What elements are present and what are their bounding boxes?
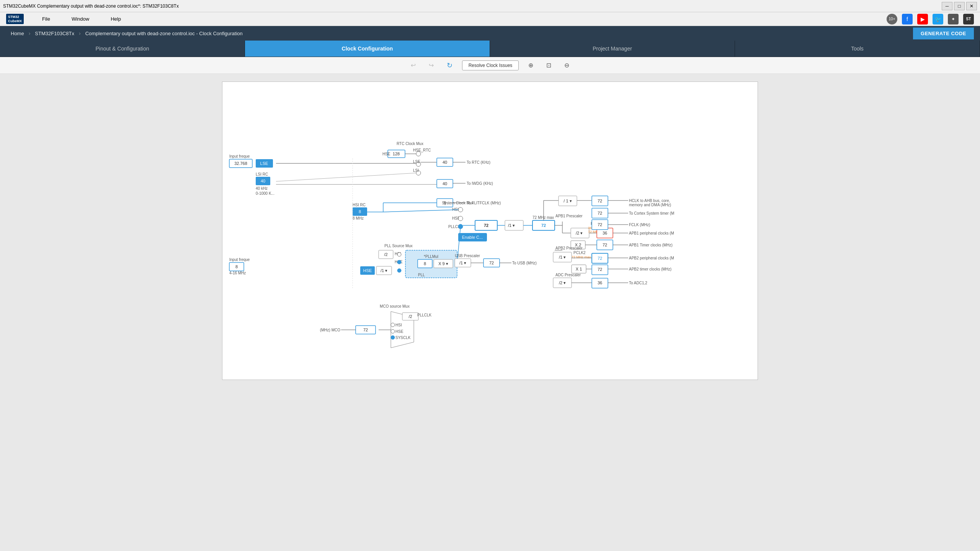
- svg-point-84: [391, 323, 395, 327]
- mco-val: 72: [363, 328, 368, 332]
- hclk-72max: 72 MHz max: [532, 215, 554, 220]
- hclk-prescaler: / 1 ▾: [564, 199, 572, 203]
- hsi-div2: /2: [384, 252, 387, 257]
- apb2-val: 72: [598, 256, 602, 261]
- hse-div128: 128: [393, 152, 400, 156]
- lsi-rc-val: 40: [261, 179, 265, 183]
- tab-tools[interactable]: Tools: [735, 41, 980, 57]
- lsi-rc-label: LSI RC: [256, 172, 268, 176]
- hsi-freq-label: 8 MHz: [353, 216, 364, 220]
- logo-line1: STM32: [8, 15, 22, 19]
- rtc-mux-label: RTC Clock Mux: [397, 142, 423, 146]
- zoom-in-button[interactable]: ⊕: [525, 60, 537, 71]
- minimize-button[interactable]: ─: [942, 2, 952, 10]
- pllmul-label: *PLLMul: [424, 254, 438, 259]
- generate-code-button[interactable]: GENERATE CODE: [913, 28, 974, 39]
- youtube-icon[interactable]: ▶: [917, 14, 928, 24]
- svg-point-85: [391, 329, 395, 333]
- breadcrumb-device[interactable]: STM32F103C8Tx: [30, 31, 79, 36]
- apb1-val: 36: [603, 231, 607, 235]
- lse-mux-label: LSE: [413, 160, 420, 164]
- badge-10: 10+: [887, 14, 897, 24]
- sysclk-val: 72: [484, 223, 488, 228]
- title-bar-controls: ─ □ ✕: [942, 2, 977, 10]
- refresh-button[interactable]: ↻: [443, 59, 456, 72]
- svg-point-86: [391, 336, 395, 339]
- hclk-ahb-label: HCLK to AHB bus, core,: [629, 199, 670, 203]
- enable-c-btn: Enable C...: [462, 235, 483, 240]
- apb2-prescaler: /1 ▾: [559, 255, 566, 259]
- usb-val: 72: [489, 261, 494, 265]
- svg-point-69: [397, 253, 401, 256]
- hse-prescaler: /1 ▾: [381, 268, 387, 273]
- logo-box: STM32 CubeMX: [6, 14, 24, 24]
- adc-prescaler-label: ADC Prescaler: [555, 273, 581, 277]
- redo-button[interactable]: ↪: [425, 60, 437, 71]
- usb-prescaler: /1 ▾: [459, 261, 466, 265]
- title-bar: STM32CubeMX Complementary output with de…: [0, 0, 980, 12]
- breadcrumb-home[interactable]: Home: [6, 31, 29, 36]
- maximize-button[interactable]: □: [954, 2, 965, 10]
- logo-area: STM32 CubeMX: [6, 14, 24, 24]
- pclk2-warning: 72 MHz max: [572, 255, 591, 259]
- pclk2-label: PCLK2: [573, 251, 586, 255]
- mco-label: (MHz) MCO: [320, 328, 341, 332]
- svg-line-77: [457, 227, 461, 264]
- pll-source-label: PLL Source Mux: [384, 244, 413, 248]
- facebook-icon[interactable]: f: [902, 14, 913, 24]
- network-icon[interactable]: ✦: [948, 14, 959, 24]
- apb2-prescaler-label: APB2 Prescaler: [555, 246, 583, 250]
- rtc-val: 40: [443, 160, 447, 165]
- apb2-timer-val: 72: [598, 267, 602, 272]
- menu-help[interactable]: Help: [108, 15, 124, 23]
- iwdg-val: 40: [443, 181, 447, 186]
- zoom-fit-button[interactable]: ⊡: [543, 60, 555, 71]
- zoom-out-button[interactable]: ⊖: [561, 60, 573, 71]
- cortex-val: 72: [598, 211, 602, 215]
- hsi-rc-label: HSI RC: [353, 203, 366, 207]
- adc-prescaler: /2 ▾: [559, 280, 566, 285]
- close-button[interactable]: ✕: [966, 2, 977, 10]
- breadcrumb-file[interactable]: Complementary output with dead-zone cont…: [81, 31, 247, 36]
- sysclk-mux-label: System Clock Mux: [442, 201, 474, 205]
- input-freq2-label: Input freque: [229, 258, 250, 262]
- clock-diagram[interactable]: Input freque 32.768 Input freque 8 4-16 …: [222, 82, 758, 380]
- st-icon[interactable]: ST: [963, 14, 974, 24]
- rtc-label: To RTC (KHz): [467, 160, 490, 165]
- hsi-rc-val: 8: [359, 209, 361, 214]
- adc-label: To ADC1,2: [629, 281, 647, 285]
- input-freq1-value: 32.768: [234, 161, 247, 166]
- mco-hse: HSE: [395, 329, 403, 334]
- cortex-label: To Cortex System timer (M: [629, 211, 674, 215]
- ahb-prescaler: /1 ▾: [508, 223, 515, 228]
- apb1-timer-label: APB1 Timer clocks (MHz): [629, 243, 673, 247]
- menu-file[interactable]: File: [39, 15, 53, 23]
- undo-button[interactable]: ↩: [407, 60, 419, 71]
- usb-prescaler-label: USB Prescaler: [455, 254, 480, 258]
- mco-pllclk: PLLCLK: [417, 313, 432, 317]
- apb1-prescaler: /2 ▾: [576, 231, 583, 235]
- lsi-freq-label: 40 kHz: [256, 186, 268, 191]
- window-title: STM32CubeMX Complementary output with de…: [3, 3, 179, 9]
- twitter-icon[interactable]: 🐦: [933, 14, 943, 24]
- hse-input: HSE: [363, 268, 372, 273]
- logo-line2: CubeMX: [8, 19, 22, 23]
- breadcrumb-bar: Home › STM32F103C8Tx › Complementary out…: [0, 26, 980, 41]
- freq-range-label: 4-16 MHz: [229, 271, 246, 275]
- x1-label: X 1: [576, 267, 582, 271]
- svg-point-73: [397, 269, 401, 272]
- hse-rtc-label: HSE_RTC: [413, 148, 431, 152]
- tab-clock[interactable]: Clock Configuration: [245, 41, 490, 57]
- mco-sysclk: SYSCLK: [395, 336, 411, 340]
- iwdg-label: To IWDG (KHz): [467, 181, 493, 186]
- toolbar: ↩ ↪ ↻ Resolve Clock Issues ⊕ ⊡ ⊖: [0, 57, 980, 74]
- menu-bar: STM32 CubeMX File Window Help 10+ f ▶ 🐦 …: [0, 12, 980, 26]
- svg-line-25: [383, 210, 458, 212]
- svg-point-24: [458, 207, 463, 212]
- tab-project[interactable]: Project Manager: [490, 41, 735, 57]
- social-icons: 10+ f ▶ 🐦 ✦ ST: [887, 14, 974, 24]
- menu-window[interactable]: Window: [69, 15, 92, 23]
- resolve-clock-button[interactable]: Resolve Clock Issues: [462, 60, 519, 70]
- mco-mux-label: MCO source Mux: [380, 304, 410, 308]
- tab-pinout[interactable]: Pinout & Configuration: [0, 41, 245, 57]
